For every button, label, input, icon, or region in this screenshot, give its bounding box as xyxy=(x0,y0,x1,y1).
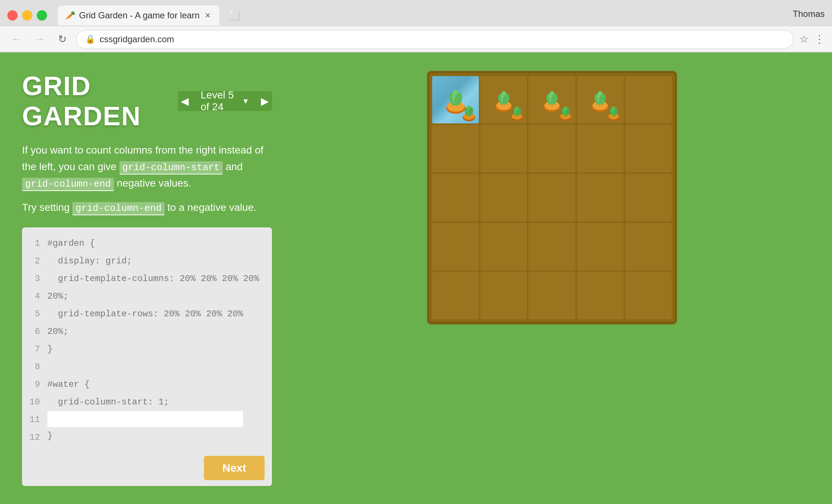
forward-button[interactable]: → xyxy=(31,31,49,47)
term1-label: grid-column-start xyxy=(119,161,223,174)
code-editor: 12345 678910 11121314 #garden { display:… xyxy=(22,227,272,486)
garden-cell-1-2 xyxy=(528,125,575,172)
tab-bar: 🥕 Grid Garden - A game for learn ✕ ⬜ xyxy=(58,6,793,25)
garden-cell-4-2 xyxy=(528,272,575,319)
carrot-small-0-0 xyxy=(460,101,477,123)
garden-cell-3-3 xyxy=(577,223,624,270)
desc1-post: negative values. xyxy=(114,177,191,189)
level-text: Level 5 of 24 xyxy=(201,89,239,113)
garden-cell-3-1 xyxy=(480,223,527,270)
level-next-button[interactable]: ▶ xyxy=(258,91,272,111)
garden-cell-4-4 xyxy=(625,272,672,319)
description-1: If you want to count columns from the ri… xyxy=(22,142,272,192)
garden-cell-4-0 xyxy=(432,272,479,319)
right-panel xyxy=(294,71,810,486)
garden-cell-1-4 xyxy=(625,125,672,172)
level-display[interactable]: Level 5 of 24 ▼ xyxy=(192,91,258,111)
code-line-4: grid-template-rows: 20% 20% 20% 20% 20%; xyxy=(47,305,265,341)
garden-cell-2-3 xyxy=(577,174,624,221)
garden-cell-3-2 xyxy=(528,223,575,270)
tab-close-icon[interactable]: ✕ xyxy=(203,11,212,20)
garden-cell-0-4 xyxy=(625,76,672,123)
line-numbers: 12345 678910 11121314 xyxy=(22,235,47,443)
garden-cell-3-0 xyxy=(432,223,479,270)
garden-cell-2-4 xyxy=(625,174,672,221)
garden-cell-0-2 xyxy=(528,76,575,123)
back-button[interactable]: ← xyxy=(7,31,25,47)
tab-title: Grid Garden - A game for learn xyxy=(79,10,200,21)
term3-label: grid-column-end xyxy=(72,202,164,215)
garden-cell-4-1 xyxy=(480,272,527,319)
editor-footer: Next xyxy=(22,450,272,486)
code-line-10: } xyxy=(47,427,265,445)
garden-cell-1-3 xyxy=(577,125,624,172)
active-tab[interactable]: 🥕 Grid Garden - A game for learn ✕ xyxy=(58,6,219,25)
carrot-small-0-2 xyxy=(558,103,573,122)
level-dropdown-icon: ▼ xyxy=(242,97,250,105)
minimize-button[interactable] xyxy=(22,10,32,21)
term2-label: grid-column-end xyxy=(22,178,114,191)
code-line-1: #garden { xyxy=(47,235,265,252)
code-input-line[interactable] xyxy=(47,411,265,427)
code-content: #garden { display: grid; grid-template-c… xyxy=(47,235,272,443)
garden-cell-4-3 xyxy=(577,272,624,319)
garden-cell-1-0 xyxy=(432,125,479,172)
new-tab-button[interactable]: ⬜ xyxy=(223,8,246,24)
level-prev-button[interactable]: ◀ xyxy=(178,91,192,111)
close-button[interactable] xyxy=(7,10,18,21)
code-area: 12345 678910 11121314 #garden { display:… xyxy=(22,227,272,450)
code-line-6 xyxy=(47,358,265,376)
garden-cell-2-0 xyxy=(432,174,479,221)
game-title: GRID GARDEN xyxy=(22,71,167,131)
garden-cell-0-0 xyxy=(432,76,479,123)
nav-bar: ← → ↻ 🔒 cssgridgarden.com ☆ ⋮ xyxy=(0,26,832,52)
code-input[interactable] xyxy=(47,411,243,427)
code-line-8: grid-column-start: 1; xyxy=(47,393,265,411)
url-text: cssgridgarden.com xyxy=(100,34,784,44)
main-content: GRID GARDEN ◀ Level 5 of 24 ▼ ▶ If you w… xyxy=(0,53,832,504)
next-button[interactable]: Next xyxy=(204,456,265,480)
garden-cell-2-2 xyxy=(528,174,575,221)
code-line-11 xyxy=(47,445,265,450)
bookmark-button[interactable]: ☆ xyxy=(799,33,808,45)
code-line-3: grid-template-columns: 20% 20% 20% 20% 2… xyxy=(47,270,265,305)
menu-button[interactable]: ⋮ xyxy=(814,33,825,45)
reload-button[interactable]: ↻ xyxy=(54,31,70,47)
user-label: Thomas xyxy=(793,9,825,19)
address-bar[interactable]: 🔒 cssgridgarden.com xyxy=(76,30,793,48)
lock-icon: 🔒 xyxy=(85,35,95,44)
code-line-7: #water { xyxy=(47,376,265,393)
garden-cell-2-1 xyxy=(480,174,527,221)
garden-cell-0-3 xyxy=(577,76,624,123)
desc2-post: to a negative value. xyxy=(165,202,257,213)
desc1-mid: and xyxy=(223,161,243,172)
garden-grid xyxy=(432,76,672,319)
description-2: Try setting grid-column-end to a negativ… xyxy=(22,199,272,216)
garden-cell-0-1 xyxy=(480,76,527,123)
carrot-small-0-3 xyxy=(606,103,621,122)
carrot-small-0-1 xyxy=(509,103,525,122)
desc2-pre: Try setting xyxy=(22,202,72,213)
tab-favicon-icon: 🥕 xyxy=(65,11,75,20)
garden-container xyxy=(427,71,677,324)
window-controls xyxy=(7,10,47,21)
code-line-2: display: grid; xyxy=(47,252,265,270)
garden-cell-1-1 xyxy=(480,125,527,172)
level-selector: ◀ Level 5 of 24 ▼ ▶ xyxy=(178,91,272,111)
code-line-5: } xyxy=(47,341,265,358)
left-panel: GRID GARDEN ◀ Level 5 of 24 ▼ ▶ If you w… xyxy=(22,71,272,486)
garden-cell-3-4 xyxy=(625,223,672,270)
maximize-button[interactable] xyxy=(37,10,47,21)
